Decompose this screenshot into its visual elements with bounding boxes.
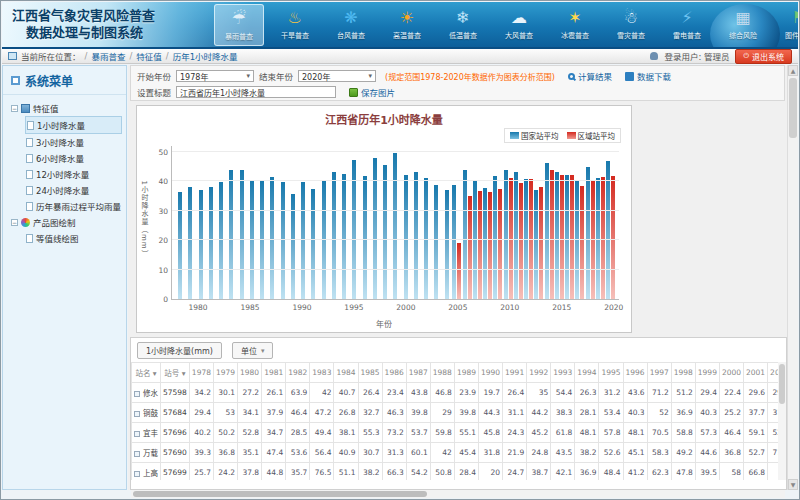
col-header-year[interactable]: 1998 [671, 363, 695, 383]
col-header-year[interactable]: 1981 [262, 363, 286, 383]
col-header-year[interactable]: 2002 [768, 363, 778, 383]
hscrollbar-thumb[interactable] [133, 491, 427, 497]
tree-item[interactable]: 等值线绘图 [25, 230, 122, 246]
row-expand-icon[interactable] [134, 411, 140, 417]
save-image-button[interactable]: 保存图片 [349, 86, 395, 98]
col-header-year[interactable]: 1982 [286, 363, 310, 383]
nav-item-hail[interactable]: ✶冰雹普查 [550, 4, 600, 46]
breadcrumb-item-1[interactable]: 暴雨普查 [91, 50, 125, 62]
col-header-year[interactable]: 1991 [503, 363, 527, 383]
scroll-down-button[interactable]: ▼ [788, 479, 798, 490]
table-vertical-scrollbar[interactable] [778, 362, 786, 480]
scroll-up-button[interactable]: ▲ [788, 65, 798, 76]
tree-item[interactable]: 1小时降水量 [25, 116, 122, 134]
nav-item-high-temp[interactable]: ☀高温普查 [382, 4, 432, 46]
table-row[interactable]: 修水5759834.230.127.226.163.94240.726.423.… [132, 383, 779, 403]
col-header-year[interactable]: 1978 [189, 363, 213, 383]
breadcrumb-item-3[interactable]: 历年1小时降水量 [173, 50, 238, 62]
bar-group-2015 [554, 146, 564, 299]
bar-national [434, 185, 438, 299]
table-row[interactable]: 万载5769039.336.835.147.453.656.440.930.73… [132, 443, 779, 463]
bar-group-1994 [339, 146, 349, 299]
start-year-select[interactable]: 1978年 ▾ [176, 70, 254, 82]
table-row[interactable]: 上高5769925.724.237.844.835.776.551.138.26… [132, 463, 779, 481]
col-header-year[interactable]: 2001 [744, 363, 768, 383]
value-cell: 44.8 [262, 463, 286, 481]
end-year-label: 结束年份 [259, 70, 293, 82]
col-header-year[interactable]: 1988 [430, 363, 454, 383]
col-header-id[interactable]: 站号 ▾ [161, 363, 190, 383]
end-year-select[interactable]: 2020年 ▾ [298, 70, 376, 82]
col-header-year[interactable]: 1996 [623, 363, 647, 383]
col-header-year[interactable]: 1985 [358, 363, 382, 383]
col-header-year[interactable]: 2000 [719, 363, 743, 383]
tree-toggle-icon[interactable]: − [11, 105, 18, 112]
row-expand-icon[interactable] [134, 471, 140, 477]
tree-item[interactable]: 24小时降水量 [25, 182, 122, 198]
nav-item-gale[interactable]: ☁大风普查 [494, 4, 544, 46]
value-cell: 57.8 [599, 423, 623, 443]
row-expand-icon[interactable] [134, 391, 140, 397]
location-icon [8, 52, 17, 60]
data-download-button[interactable]: 数据下载 [625, 70, 671, 82]
unit-filter-button[interactable]: 单位 ▾ [232, 342, 274, 359]
col-header-year[interactable]: 1980 [238, 363, 262, 383]
calc-result-button[interactable]: 计算结果 [568, 70, 612, 82]
table-row[interactable]: 宜丰5769640.250.252.834.728.549.438.155.37… [132, 423, 779, 443]
row-expand-icon[interactable] [134, 451, 140, 457]
tree-children-1: 等值线绘图 [11, 230, 122, 246]
tree-parent-0[interactable]: −特征值 [11, 100, 122, 116]
nav-item-label: 台风普查 [337, 30, 365, 40]
vertical-scrollbar[interactable]: ▲ ▼ [787, 65, 798, 490]
tree-item[interactable]: 12小时降水量 [25, 166, 122, 182]
value-cell: 51.2 [671, 383, 695, 403]
nav-item-map-review[interactable]: ⚑图件审核 [774, 4, 798, 46]
table-row[interactable]: 铜鼓5768429.45334.137.946.447.226.832.746.… [132, 403, 779, 423]
bar-national [414, 172, 418, 299]
chart-title-input[interactable]: 江西省历年1小时降水量 [176, 86, 336, 98]
bar-group-2003 [431, 146, 441, 299]
nav-item-typhoon[interactable]: ❋台风普查 [326, 4, 376, 46]
bar-group-1982 [216, 146, 226, 299]
col-header-year[interactable]: 1987 [406, 363, 430, 383]
nav-item-rainstorm[interactable]: ☔暴雨普查 [214, 4, 264, 46]
col-header-year[interactable]: 1999 [695, 363, 719, 383]
breadcrumb-prefix: 当前所在位置： [21, 50, 81, 62]
col-header-year[interactable]: 1986 [382, 363, 406, 383]
station-id-cell: 57699 [161, 463, 190, 481]
col-header-year[interactable]: 1990 [478, 363, 502, 383]
col-header-year[interactable]: 1984 [334, 363, 358, 383]
breadcrumb-item-2[interactable]: 特征值 [136, 50, 162, 62]
row-expand-icon[interactable] [134, 431, 140, 437]
logout-button[interactable]: ⏻ 退出系统 [735, 49, 792, 64]
station-id-cell: 57696 [161, 423, 190, 443]
document-icon [27, 121, 34, 130]
nav-item-drought[interactable]: ♨干旱普查 [270, 4, 320, 46]
chevron-down-icon: ▾ [261, 347, 265, 355]
table-scroll-area[interactable]: 站名 ▾站号 ▾19781979198019811982198319841985… [131, 362, 778, 480]
col-header-year[interactable]: 1993 [551, 363, 575, 383]
gale-icon: ☁ [504, 6, 534, 30]
element-filter-button[interactable]: 1小时降水量(mm) [137, 342, 222, 359]
value-cell: 52 [647, 403, 671, 423]
horizontal-scrollbar[interactable] [131, 490, 785, 498]
col-header-year[interactable]: 1979 [213, 363, 237, 383]
col-header-year[interactable]: 1997 [647, 363, 671, 383]
col-header-year[interactable]: 1992 [527, 363, 551, 383]
col-header-year[interactable]: 1989 [454, 363, 478, 383]
scrollbar-thumb[interactable] [789, 78, 797, 138]
tree-item[interactable]: 6小时降水量 [25, 150, 122, 166]
tree-parent-1[interactable]: −产品图绘制 [11, 214, 122, 230]
bar-national [586, 167, 590, 299]
col-header-year[interactable]: 1983 [310, 363, 334, 383]
col-header-station[interactable]: 站名 ▾ [132, 363, 161, 383]
col-header-year[interactable]: 1995 [599, 363, 623, 383]
tree-toggle-icon[interactable]: − [11, 219, 18, 226]
nav-item-lightning[interactable]: ⚡雷电普查 [662, 4, 712, 46]
tree-item[interactable]: 历年暴雨过程平均雨量 [25, 198, 122, 214]
nav-item-low-temp[interactable]: ❄低温普查 [438, 4, 488, 46]
tree-item[interactable]: 3小时降水量 [25, 134, 122, 150]
nav-item-snow[interactable]: ☃雪灾普查 [606, 4, 656, 46]
col-header-year[interactable]: 1994 [575, 363, 599, 383]
nav-item-composite-risk[interactable]: ▦综合风险 [718, 4, 768, 46]
